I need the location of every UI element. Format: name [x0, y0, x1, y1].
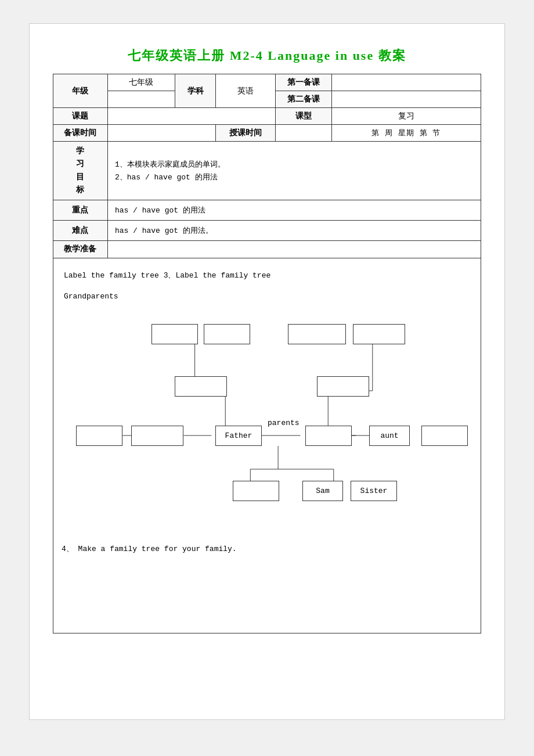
type-label: 课型 [276, 108, 331, 125]
goal-line2: 2、has / have got 的用法 [115, 172, 474, 182]
goal-content: 1、本模块表示家庭成员的单词。 2、has / have got 的用法 [107, 142, 481, 200]
gp-box2 [204, 324, 250, 344]
intro-text: Label the family tree 3、Label the family… [62, 265, 472, 287]
page: 七年级英语上册 M2-4 Language in use 教案 年级 七年级 学… [29, 23, 505, 720]
family-tree: Father parents aunt Sam Sister [62, 312, 472, 533]
mother-box [305, 426, 352, 446]
sam-label: Sam [316, 487, 329, 495]
page-title: 七年级英语上册 M2-4 Language in use 教案 [53, 47, 481, 64]
class-time-label: 授课时间 [216, 125, 276, 142]
child-box1 [233, 481, 279, 501]
key-content: has / have got 的用法 [107, 200, 481, 220]
mid-box1 [175, 376, 227, 397]
goal-line1: 1、本模块表示家庭成员的单词。 [115, 159, 474, 170]
grade-label: 年级 [53, 74, 108, 108]
backup2-value [331, 91, 481, 108]
type-value: 复习 [331, 108, 481, 125]
backup2-label: 第二备课 [276, 91, 331, 108]
grade-extra [107, 91, 175, 108]
time-info: 第 周 星期 第 节 [331, 125, 481, 142]
prep-time-label: 备课时间 [53, 125, 108, 142]
grade-value: 七年级 [107, 74, 175, 91]
right-box [421, 426, 468, 446]
aunt-box: aunt [369, 426, 410, 446]
grandparents-text: Grandparents [62, 286, 472, 308]
prep-label: 教学准备 [53, 240, 108, 258]
goal-label: 学 习 目 标 [53, 142, 108, 200]
gp-box3 [288, 324, 346, 344]
gp-box4 [353, 324, 405, 344]
parents-label: parents [268, 419, 300, 427]
difficult-content: has / have got 的用法。 [107, 220, 481, 240]
prep-time-value [107, 125, 215, 142]
sam-box: Sam [302, 481, 343, 501]
key-label: 重点 [53, 200, 108, 220]
sister-box: Sister [351, 481, 397, 501]
subject-label: 学科 [175, 74, 216, 108]
task4-text: 4、 Make a family tree for your family. [62, 542, 472, 556]
mid-box2 [317, 376, 369, 397]
father-box: Father [215, 426, 262, 446]
info-table: 年级 七年级 学科 英语 第一备课 第二备课 课题 课型 复习 备课时间 授课时… [53, 74, 481, 258]
class-time-value [276, 125, 331, 142]
left-box2 [131, 426, 183, 446]
topic-value [107, 108, 275, 125]
difficult-label: 难点 [53, 220, 108, 240]
left-box1 [76, 426, 122, 446]
father-label: Father [225, 431, 252, 440]
backup1-label: 第一备课 [276, 74, 331, 91]
empty-space [62, 556, 472, 626]
gp-box1 [151, 324, 198, 344]
content-section: Label the family tree 3、Label the family… [53, 258, 481, 633]
sister-label: Sister [360, 487, 388, 495]
topic-label: 课题 [53, 108, 108, 125]
backup1-value [331, 74, 481, 91]
subject-value: 英语 [216, 74, 276, 108]
prep-content [107, 240, 481, 258]
aunt-label: aunt [380, 431, 398, 440]
